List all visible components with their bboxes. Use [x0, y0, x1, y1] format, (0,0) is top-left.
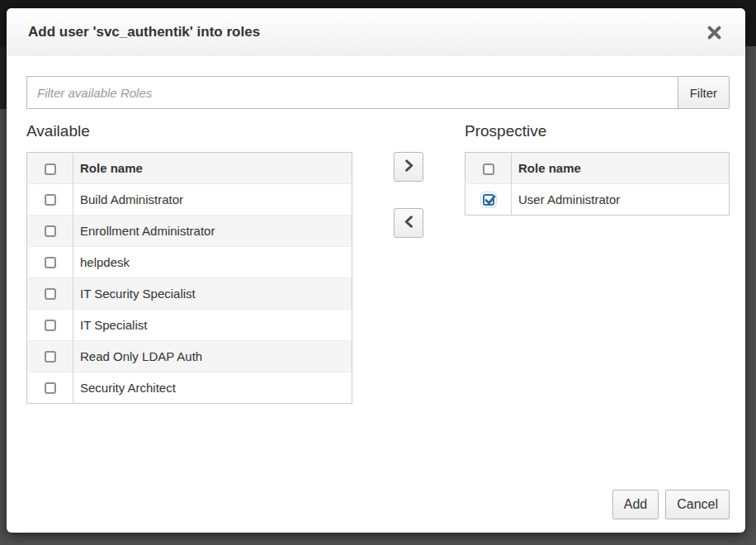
- role-name-cell: IT Security Specialist: [73, 278, 352, 310]
- role-name-cell: helpdesk: [73, 247, 352, 278]
- column-header: Role name: [512, 153, 730, 184]
- role-name-cell: User Administrator: [512, 184, 730, 216]
- row-checkbox-checked[interactable]: [483, 194, 494, 206]
- row-checkbox[interactable]: [45, 320, 56, 331]
- checkbox-cell: [27, 341, 73, 372]
- prospective-heading: Prospective: [465, 121, 730, 141]
- prospective-column: Prospective Role name User Administrator: [465, 121, 730, 404]
- checkbox-cell: [27, 310, 73, 341]
- select-all-checkbox[interactable]: [483, 164, 494, 175]
- checkbox-cell: [27, 278, 73, 310]
- row-checkbox[interactable]: [45, 225, 56, 237]
- checkbox-header-cell: [27, 153, 73, 184]
- checkbox-cell: [27, 216, 73, 247]
- background-shade: [0, 46, 7, 109]
- filter-input[interactable]: [26, 76, 678, 109]
- available-heading: Available: [26, 121, 352, 141]
- add-roles-modal: Add user 'svc_authentik' into roles Filt…: [7, 8, 745, 533]
- chevron-left-icon: [403, 216, 415, 230]
- table-row: IT Specialist: [27, 310, 352, 341]
- available-column: Available Role name Build AdministratorE…: [26, 121, 352, 404]
- table-row: helpdesk: [27, 247, 352, 278]
- chevron-right-icon: [403, 159, 415, 174]
- checkbox-cell: [27, 247, 73, 278]
- role-name-cell: Enrollment Administrator: [73, 216, 352, 247]
- close-button[interactable]: [703, 21, 725, 44]
- table-row: Security Architect: [27, 372, 352, 404]
- table-header-row: Role name: [27, 153, 352, 184]
- modal-title: Add user 'svc_authentik' into roles: [28, 24, 260, 40]
- transfer-controls: [352, 121, 465, 404]
- role-name-cell: Security Architect: [73, 372, 352, 404]
- cancel-button[interactable]: Cancel: [665, 490, 730, 519]
- table-header-row: Role name: [465, 153, 730, 184]
- table-row: IT Security Specialist: [27, 278, 352, 310]
- available-table: Role name Build AdministratorEnrollment …: [26, 152, 352, 404]
- transfer-columns: Available Role name Build AdministratorE…: [26, 121, 730, 404]
- checkbox-header-cell: [465, 153, 512, 184]
- move-left-button[interactable]: [394, 208, 423, 238]
- checkbox-cell: [27, 184, 73, 216]
- close-icon: [706, 31, 722, 43]
- role-name-cell: Build Administrator: [73, 184, 352, 216]
- table-row: User Administrator: [465, 184, 730, 216]
- row-checkbox[interactable]: [45, 194, 56, 206]
- checkbox-cell: [27, 372, 73, 404]
- table-row: Build Administrator: [27, 184, 352, 216]
- select-all-checkbox[interactable]: [45, 164, 56, 175]
- add-button[interactable]: Add: [612, 490, 659, 519]
- table-row: Read Only LDAP Auth: [27, 341, 352, 372]
- row-checkbox[interactable]: [45, 382, 56, 394]
- row-checkbox[interactable]: [45, 351, 56, 363]
- modal-header: Add user 'svc_authentik' into roles: [7, 8, 745, 56]
- role-name-cell: IT Specialist: [73, 310, 352, 341]
- checkbox-cell: [465, 184, 512, 216]
- filter-group: Filter: [26, 76, 730, 109]
- modal-body: Filter Available Role name Build Adminis…: [7, 56, 745, 533]
- row-checkbox[interactable]: [45, 257, 56, 268]
- modal-footer: Add Cancel: [612, 490, 730, 519]
- column-header: Role name: [73, 153, 352, 184]
- prospective-table: Role name User Administrator: [465, 152, 730, 216]
- role-name-cell: Read Only LDAP Auth: [73, 341, 352, 372]
- row-checkbox[interactable]: [45, 288, 56, 300]
- move-right-button[interactable]: [394, 152, 423, 182]
- table-row: Enrollment Administrator: [27, 216, 352, 247]
- filter-button[interactable]: Filter: [678, 76, 730, 109]
